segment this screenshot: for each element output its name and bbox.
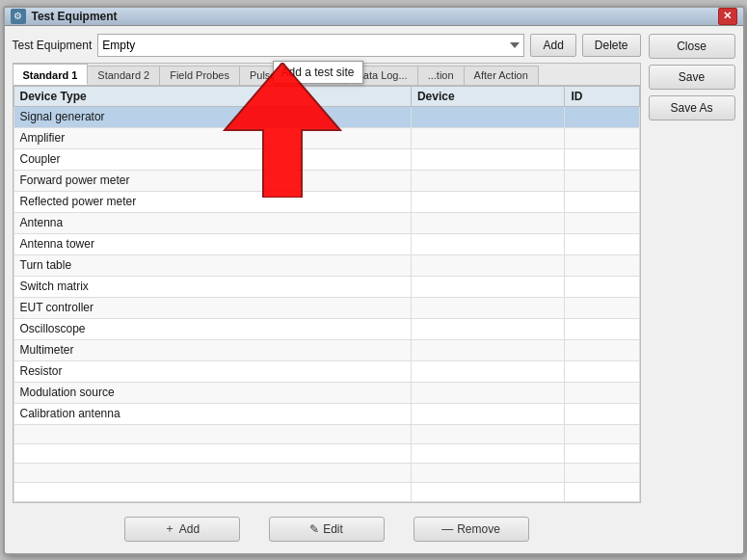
cell-device: [411, 360, 564, 382]
cell-device_type: Calibration antenna: [13, 403, 411, 424]
top-bar: Test Equipment Empty Add Delete Add a te…: [13, 34, 641, 57]
add-equipment-label: Add: [179, 522, 200, 536]
cell-device_type: Amplifier: [13, 127, 411, 148]
table-row[interactable]: Antenna tower: [13, 233, 639, 254]
remove-equipment-label: Remove: [457, 522, 500, 536]
cell-id: [565, 191, 639, 212]
remove-icon: —: [441, 522, 453, 536]
edit-icon: ✎: [309, 522, 319, 536]
add-test-site-label: Add a test site: [281, 66, 355, 79]
test-equipment-label: Test Equipment: [13, 39, 93, 52]
equipment-dropdown[interactable]: Empty: [97, 34, 524, 57]
cell-device_type: Antenna tower: [13, 233, 411, 254]
add-icon: ＋: [164, 520, 175, 537]
cell-device: [411, 127, 564, 148]
cell-device_type: Modulation source: [13, 382, 411, 403]
cell-id: [565, 403, 639, 424]
tabs-area: Standard 1 Standard 2 Field Probes Pulse…: [13, 63, 641, 503]
cell-id: [565, 254, 639, 276]
cell-id: [565, 233, 639, 254]
add-test-site-popup[interactable]: Add a test site: [273, 61, 363, 84]
table-area: Device Type Device ID Signal generatorAm…: [13, 86, 640, 502]
cell-device: [411, 276, 564, 297]
tab-standard1[interactable]: Standard 1: [13, 64, 89, 85]
empty-row: [13, 463, 639, 482]
cell-id: [565, 106, 639, 127]
cell-id: [565, 127, 639, 148]
col-device: Device: [411, 86, 564, 106]
cell-device: [411, 170, 564, 191]
table-row[interactable]: Calibration antenna: [13, 403, 639, 424]
save-as-button[interactable]: Save As: [649, 95, 735, 120]
cell-device_type: Turn table: [13, 254, 411, 276]
cell-device_type: Multimeter: [13, 339, 411, 360]
cell-id: [565, 276, 639, 297]
bottom-bar: ＋ Add ✎ Edit — Remove: [13, 509, 641, 546]
table-row[interactable]: Turn table: [13, 254, 639, 276]
cell-device_type: Switch matrix: [13, 276, 411, 297]
table-row[interactable]: Forward power meter: [13, 170, 639, 191]
main-window: ⚙ Test Equipment ✕ Test Equipment Empty …: [3, 6, 745, 555]
cell-device_type: Coupler: [13, 148, 411, 170]
table-row[interactable]: Coupler: [13, 148, 639, 170]
main-panel: Test Equipment Empty Add Delete Add a te…: [13, 34, 641, 546]
cell-device: [411, 191, 564, 212]
cell-device_type: EUT controller: [13, 297, 411, 318]
add-equipment-button[interactable]: ＋ Add: [124, 517, 240, 542]
empty-row: [13, 424, 639, 443]
cell-id: [565, 339, 639, 360]
table-row[interactable]: Modulation source: [13, 382, 639, 403]
tab-after-action[interactable]: After Action: [465, 66, 539, 85]
col-id: ID: [565, 86, 639, 106]
edit-equipment-button[interactable]: ✎ Edit: [269, 517, 385, 542]
cell-id: [565, 297, 639, 318]
empty-row: [13, 443, 639, 463]
cell-device: [411, 339, 564, 360]
equipment-table: Device Type Device ID Signal generatorAm…: [13, 86, 640, 502]
content-area: Test Equipment Empty Add Delete Add a te…: [5, 26, 743, 553]
add-button[interactable]: Add: [530, 34, 575, 57]
cell-device_type: Oscilloscope: [13, 318, 411, 339]
col-device-type: Device Type: [13, 86, 411, 106]
cell-id: [565, 170, 639, 191]
cell-device_type: Reflected power meter: [13, 191, 411, 212]
tab-standard2[interactable]: Standard 2: [88, 66, 160, 85]
cell-device: [411, 106, 564, 127]
cell-id: [565, 318, 639, 339]
tab-action[interactable]: ...tion: [418, 66, 465, 85]
close-button[interactable]: Close: [649, 34, 735, 59]
cell-device_type: Antenna: [13, 212, 411, 233]
cell-id: [565, 212, 639, 233]
window-title: Test Equipment: [32, 10, 718, 23]
cell-device: [411, 212, 564, 233]
cell-device: [411, 382, 564, 403]
table-row[interactable]: Switch matrix: [13, 276, 639, 297]
cell-id: [565, 360, 639, 382]
cell-device: [411, 297, 564, 318]
cell-id: [565, 148, 639, 170]
side-panel: Close Save Save As: [649, 34, 735, 546]
window-close-button[interactable]: ✕: [718, 8, 737, 25]
save-button[interactable]: Save: [649, 65, 735, 90]
icon-glyph: ⚙: [13, 11, 22, 21]
cell-device: [411, 254, 564, 276]
cell-id: [565, 382, 639, 403]
table-row[interactable]: Amplifier: [13, 127, 639, 148]
title-bar: ⚙ Test Equipment ✕: [5, 8, 743, 26]
table-row[interactable]: Signal generator: [13, 106, 639, 127]
tab-field-probes[interactable]: Field Probes: [160, 66, 240, 85]
remove-equipment-button[interactable]: — Remove: [414, 517, 529, 542]
window-icon: ⚙: [11, 9, 26, 24]
table-row[interactable]: Antenna: [13, 212, 639, 233]
cell-device: [411, 148, 564, 170]
table-row[interactable]: Multimeter: [13, 339, 639, 360]
table-row[interactable]: Reflected power meter: [13, 191, 639, 212]
table-row[interactable]: Oscilloscope: [13, 318, 639, 339]
cell-device: [411, 403, 564, 424]
delete-button[interactable]: Delete: [582, 34, 641, 57]
cell-device_type: Forward power meter: [13, 170, 411, 191]
cell-device: [411, 318, 564, 339]
table-row[interactable]: Resistor: [13, 360, 639, 382]
table-row[interactable]: EUT controller: [13, 297, 639, 318]
cell-device: [411, 233, 564, 254]
